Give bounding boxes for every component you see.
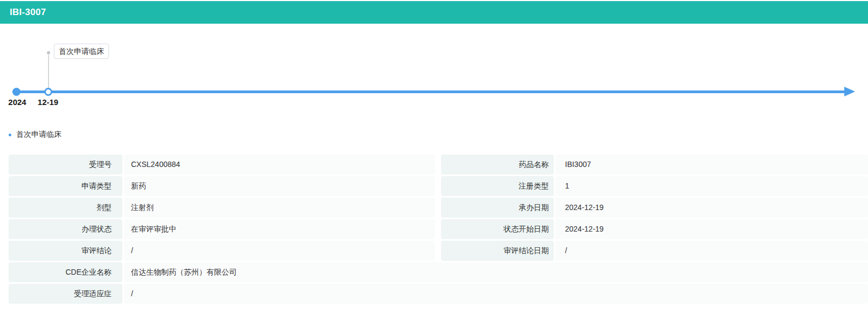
section-title-text: 首次申请临床 (16, 130, 61, 139)
field-label: 申请类型 (9, 176, 122, 196)
field-value: 新药 (124, 176, 435, 196)
table-row: 办理状态 在审评审批中 状态开始日期 2024-12-19 (9, 219, 868, 239)
table-row: 受理号 CXSL2400884 药品名称 IBI3007 (9, 155, 868, 175)
table-row: 剂型 注射剂 承办日期 2024-12-19 (9, 198, 868, 218)
field-value: 1 (555, 176, 868, 196)
timeline-event-dot[interactable] (44, 88, 52, 96)
field-value: / (124, 241, 435, 261)
field-label: 状态开始日期 (441, 219, 554, 239)
timeline-line (17, 90, 845, 93)
field-label: CDE企业名称 (9, 262, 122, 282)
timeline: 首次申请临床 2024 12-19 (0, 24, 868, 121)
field-label: 承办日期 (441, 198, 554, 218)
arrow-right-icon (844, 87, 855, 96)
field-value: 在审评审批中 (124, 219, 435, 239)
table-row: CDE企业名称 信达生物制药（苏州）有限公司 (9, 262, 868, 282)
field-label: 药品名称 (441, 155, 554, 175)
table-row: 审评结论 / 审评结论日期 / (9, 241, 868, 261)
field-value: CXSL2400884 (124, 155, 435, 175)
field-label: 剂型 (9, 198, 122, 218)
field-value: 注射剂 (124, 198, 435, 218)
field-value: IBI3007 (555, 155, 868, 175)
field-label: 受理适应症 (9, 284, 122, 304)
timeline-connector-dot (47, 51, 50, 54)
field-label: 受理号 (9, 155, 122, 175)
field-label: 注册类型 (441, 176, 554, 196)
section-title: 首次申请临床 (9, 130, 61, 139)
page: IBI-3007 首次申请临床 2024 12-19 首次申请临床 受理号 CX… (0, 0, 868, 314)
table-row: 申请类型 新药 注册类型 1 (9, 176, 868, 196)
field-value: / (124, 284, 868, 304)
field-value: 2024-12-19 (555, 198, 868, 218)
field-value: 2024-12-19 (555, 219, 868, 239)
page-title: IBI-3007 (10, 7, 46, 18)
header-bar: IBI-3007 (0, 1, 868, 24)
timeline-start-dot (12, 88, 20, 96)
field-label: 审评结论 (9, 241, 122, 261)
timeline-connector-line (48, 55, 49, 88)
table-row: 受理适应症 / (9, 284, 868, 304)
timeline-event-label[interactable]: 首次申请临床 (54, 44, 109, 59)
field-value: 信达生物制药（苏州）有限公司 (124, 262, 868, 282)
bullet-icon (9, 134, 11, 136)
field-value: / (555, 241, 868, 261)
details-table: 受理号 CXSL2400884 药品名称 IBI3007 申请类型 新药 注册类… (9, 155, 868, 305)
field-label: 审评结论日期 (441, 241, 554, 261)
timeline-year-label: 2024 (8, 97, 27, 107)
field-label: 办理状态 (9, 219, 122, 239)
timeline-date-label: 12-19 (36, 97, 60, 107)
